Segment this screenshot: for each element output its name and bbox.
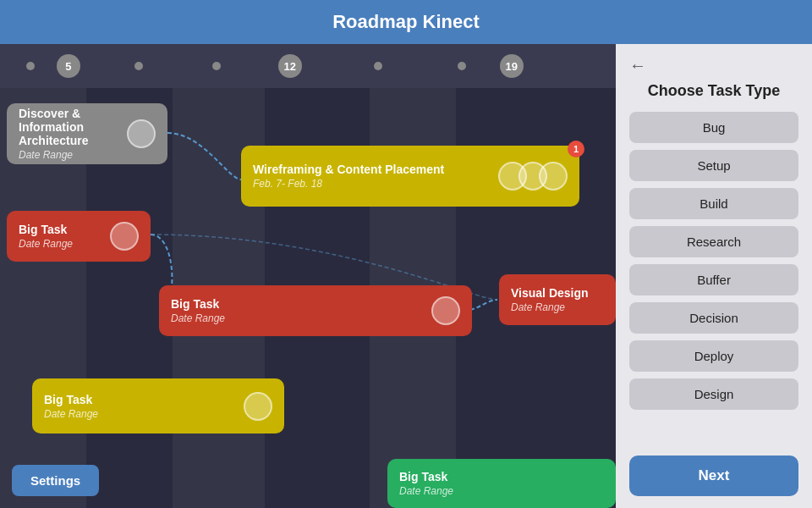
next-button[interactable]: Next bbox=[629, 456, 798, 496]
timeline-bar: 5 12 19 bbox=[0, 44, 616, 88]
right-panel: ← Choose Task Type Bug Setup Build Resea… bbox=[616, 44, 812, 508]
app-header: Roadmap Kinect bbox=[0, 0, 812, 44]
canvas-area: 5 12 19 Discover & Information Architect… bbox=[0, 44, 616, 508]
timeline-markers: 5 12 19 bbox=[8, 44, 607, 88]
settings-button[interactable]: Settings bbox=[12, 465, 99, 496]
back-button[interactable]: ← bbox=[629, 56, 646, 75]
card-discover[interactable]: Discover & Information Architecture Date… bbox=[7, 103, 167, 164]
timeline-label-5: 5 bbox=[57, 54, 80, 78]
panel-title: Choose Task Type bbox=[648, 82, 780, 100]
task-type-setup[interactable]: Setup bbox=[629, 150, 798, 181]
card-big-task-1[interactable]: Big Task Date Range bbox=[7, 211, 151, 262]
card-big-task-3[interactable]: Big Task Date Range bbox=[32, 378, 284, 433]
task-type-buffer[interactable]: Buffer bbox=[629, 264, 798, 295]
task-type-bug[interactable]: Bug bbox=[629, 112, 798, 143]
timeline-dot bbox=[374, 62, 382, 70]
task-type-build[interactable]: Build bbox=[629, 188, 798, 219]
avatar-group bbox=[498, 162, 568, 190]
card-wireframing[interactable]: Wireframing & Content Placement Feb. 7- … bbox=[241, 146, 579, 207]
timeline-dot bbox=[134, 62, 143, 70]
timeline-label-12: 12 bbox=[278, 54, 302, 78]
task-type-decision[interactable]: Decision bbox=[629, 302, 798, 334]
timeline-dot bbox=[26, 62, 35, 70]
timeline-label-19: 19 bbox=[500, 54, 524, 78]
main-layout: 5 12 19 Discover & Information Architect… bbox=[0, 44, 812, 508]
timeline-dot bbox=[212, 62, 221, 70]
task-type-research[interactable]: Research bbox=[629, 226, 798, 257]
card-big-task-2[interactable]: Big Task Date Range bbox=[159, 285, 472, 336]
card-visual-design[interactable]: Visual Design Date Range bbox=[499, 274, 616, 325]
avatar bbox=[431, 296, 460, 325]
card-big-task-4[interactable]: Big Task Date Range bbox=[387, 459, 616, 508]
notification-badge: 1 bbox=[568, 141, 584, 157]
avatar bbox=[244, 392, 272, 421]
task-type-design[interactable]: Design bbox=[629, 378, 798, 410]
timeline-dot bbox=[458, 62, 466, 70]
avatar bbox=[539, 162, 568, 190]
app-title: Roadmap Kinect bbox=[332, 11, 480, 33]
task-type-deploy[interactable]: Deploy bbox=[629, 340, 798, 372]
avatar bbox=[110, 222, 139, 251]
avatar bbox=[127, 119, 156, 148]
